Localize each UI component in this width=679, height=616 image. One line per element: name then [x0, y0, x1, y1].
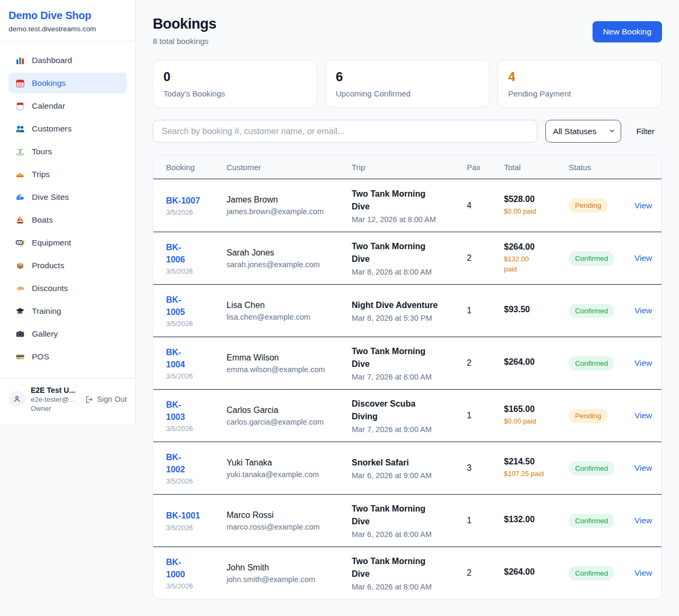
sidebar-item-trips[interactable]: Trips — [8, 164, 127, 184]
sidebar-item-training[interactable]: Training — [8, 301, 127, 321]
page-subtitle: 8 total bookings — [153, 37, 216, 46]
package-icon — [15, 260, 25, 270]
sidebar-item-label: Tours — [32, 147, 52, 156]
sidebar-nav: Dashboard 17 Bookings Calendar Customers… — [0, 41, 135, 367]
table-row: BK-1002 3/5/2026 Yuki Tanaka yuki.tanaka… — [153, 442, 661, 494]
view-link[interactable]: View — [634, 568, 652, 578]
customer-name: Emma Wilson — [227, 353, 352, 363]
sidebar-item-label: Training — [32, 306, 61, 316]
sidebar-item-gallery[interactable]: Gallery — [8, 323, 127, 344]
total-amount: $93.50 — [504, 305, 569, 314]
credit-card-icon — [15, 351, 25, 362]
booking-id-link[interactable]: BK-1002 — [166, 451, 227, 476]
status-badge: Confirmed — [569, 356, 614, 371]
bookings-table: Booking Customer Trip Pax Total Status B… — [153, 155, 662, 600]
customer-email: marco.rossi@example.com — [227, 523, 352, 531]
sidebar-item-dashboard[interactable]: Dashboard — [8, 50, 127, 71]
booking-id-link[interactable]: BK-1006 — [166, 241, 227, 266]
page-title: Bookings — [153, 16, 216, 32]
shop-domain: demo.test.divestreams.com — [8, 25, 127, 33]
user-name: E2E Test U... — [31, 386, 75, 394]
sign-out-button[interactable]: Sign Out — [84, 395, 127, 404]
view-link[interactable]: View — [634, 306, 652, 315]
total-amount: $214.50 — [504, 457, 569, 467]
pax-count: 2 — [467, 568, 504, 578]
sidebar-item-bookings[interactable]: 17 Bookings — [8, 73, 127, 93]
table-row: BK-1001 3/5/2026 Marco Rossi marco.rossi… — [153, 494, 661, 547]
view-link[interactable]: View — [634, 253, 652, 263]
view-link[interactable]: View — [634, 516, 652, 525]
sidebar-item-dive-sites[interactable]: Dive Sites — [8, 187, 127, 207]
booking-id-link[interactable]: BK-1007 — [166, 195, 227, 207]
customer-email: james.brown@example.com — [227, 207, 352, 216]
sidebar-item-label: Dashboard — [32, 56, 72, 65]
booking-id-link[interactable]: BK-1000 — [166, 556, 227, 580]
status-badge: Confirmed — [569, 251, 614, 266]
stat-card-pending-payment: 4 Pending Payment — [498, 60, 662, 108]
sign-out-icon — [84, 395, 93, 404]
column-header-trip: Trip — [352, 163, 467, 172]
customer-email: sarah.jones@example.com — [227, 260, 352, 269]
sidebar-item-calendar[interactable]: Calendar — [8, 95, 127, 116]
trip-name: Two Tank MorningDive — [352, 503, 459, 528]
total-amount: $264.00 — [504, 567, 569, 577]
sidebar-item-tours[interactable]: Tours — [8, 141, 127, 162]
sidebar-item-discounts[interactable]: Discounts — [8, 278, 127, 298]
tag-icon — [15, 283, 25, 293]
sidebar-item-pos[interactable]: POS — [8, 346, 127, 367]
sidebar-item-label: Gallery — [32, 329, 58, 339]
booking-date: 3/5/2026 — [166, 267, 227, 275]
sailboat-icon — [15, 215, 25, 225]
customer-name: James Brown — [227, 195, 352, 205]
table-header-row: Booking Customer Trip Pax Total Status — [153, 155, 661, 179]
trip-datetime: Mar 8, 2026 at 5:30 PM — [352, 314, 459, 322]
sidebar: Demo Dive Shop demo.test.divestreams.com… — [0, 0, 136, 424]
search-input[interactable] — [153, 120, 537, 143]
view-link[interactable]: View — [634, 201, 652, 210]
booking-id-link[interactable]: BK-1001 — [166, 509, 227, 522]
pax-count: 1 — [467, 516, 504, 525]
view-link[interactable]: View — [634, 463, 652, 473]
sidebar-item-boats[interactable]: Boats — [8, 209, 127, 230]
customer-name: John Smith — [227, 563, 352, 573]
column-header-total: Total — [504, 163, 569, 172]
status-select[interactable]: All Statuses — [545, 120, 621, 143]
table-row: BK-1006 3/5/2026 Sarah Jones sarah.jones… — [153, 232, 661, 284]
shop-header: Demo Dive Shop demo.test.divestreams.com — [0, 0, 135, 41]
booking-id-link[interactable]: BK-1004 — [166, 346, 227, 371]
paid-amount: $107.25 paid — [504, 469, 569, 479]
booking-date: 3/5/2026 — [166, 320, 227, 328]
status-badge: Confirmed — [569, 514, 614, 528]
sidebar-item-label: Boats — [32, 215, 53, 225]
booking-id-link[interactable]: BK-1003 — [166, 399, 227, 423]
calendar-icon — [15, 101, 25, 111]
pax-count: 4 — [467, 201, 504, 210]
filter-button[interactable]: Filter — [629, 127, 662, 136]
booking-id-link[interactable]: BK-1005 — [166, 294, 227, 318]
trip-name: Two Tank MorningDive — [352, 345, 459, 371]
customer-email: yuki.tanaka@example.com — [227, 470, 352, 479]
stat-value: 0 — [163, 69, 307, 84]
customer-email: emma.wilson@example.com — [227, 365, 352, 374]
sidebar-item-equipment[interactable]: Equipment — [8, 232, 127, 253]
trip-name: Night Dive Adventure — [352, 299, 459, 312]
total-amount: $132.00 — [504, 515, 569, 524]
sidebar-user-footer: E2E Test U... e2e-tester@... Owner Sign … — [0, 378, 135, 424]
trip-datetime: Mar 7, 2026 at 9:00 AM — [352, 425, 459, 434]
new-booking-button[interactable]: New Booking — [593, 21, 662, 42]
customer-email: john.smith@example.com — [227, 575, 352, 584]
sidebar-item-customers[interactable]: Customers — [8, 118, 127, 139]
stat-label: Upcoming Confirmed — [336, 89, 479, 98]
stat-value: 6 — [336, 69, 479, 84]
column-header-status: Status — [569, 163, 634, 172]
view-link[interactable]: View — [634, 358, 652, 368]
trip-name: Two Tank MorningDive — [352, 555, 459, 580]
paid-amount: $132.00paid — [504, 254, 569, 275]
wave-icon — [15, 192, 25, 202]
trip-datetime: Mar 7, 2026 at 8:00 AM — [352, 373, 459, 381]
booking-date: 3/5/2026 — [166, 208, 227, 216]
sidebar-item-products[interactable]: Products — [8, 255, 127, 276]
stat-label: Pending Payment — [508, 89, 651, 98]
view-link[interactable]: View — [634, 411, 652, 420]
pax-count: 2 — [467, 253, 504, 263]
